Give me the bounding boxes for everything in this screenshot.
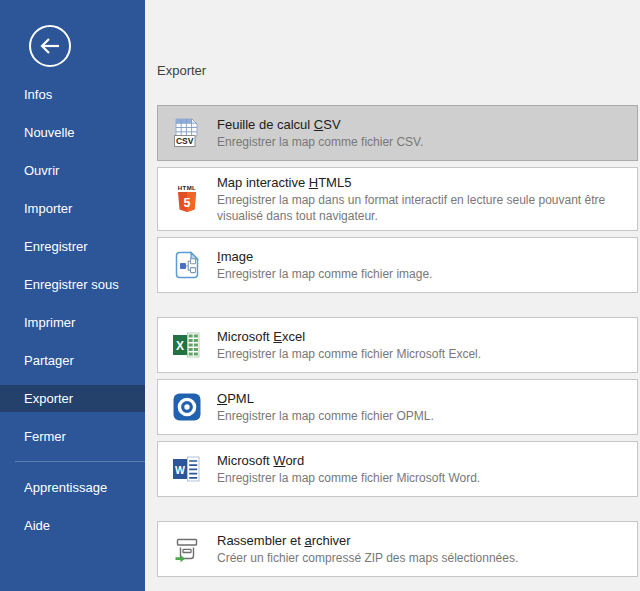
export-option-opml[interactable]: OPML Enregistrer la map comme fichier OP… — [157, 379, 638, 435]
export-option-image[interactable]: Image Enregistrer la map comme fichier i… — [157, 237, 638, 293]
html5-icon-label: HTML — [178, 185, 196, 191]
sidebar-item-importer[interactable]: Importer — [0, 195, 145, 222]
page-title: Exporter — [157, 63, 640, 79]
export-option-html5[interactable]: HTML 5 Map interactive HTML5 Enregistrer… — [157, 167, 638, 231]
export-option-pack-and-archive[interactable]: Rassembler et archiver Créer un fichier … — [157, 521, 638, 577]
sidebar-item-fermer[interactable]: Fermer — [0, 423, 145, 450]
sidebar-item-nouvelle[interactable]: Nouvelle — [0, 119, 145, 146]
sidebar-item-enregistrer-sous[interactable]: Enregistrer sous — [0, 271, 145, 298]
csv-spreadsheet-icon: CSV — [171, 117, 203, 149]
sidebar-item-enregistrer[interactable]: Enregistrer — [0, 233, 145, 260]
export-option-title: Microsoft Word — [217, 452, 627, 469]
export-option-title: OPML — [217, 390, 627, 407]
export-panel: Exporter CSV Feuille de calcul CSV Enreg… — [145, 0, 640, 591]
export-option-description: Créer un fichier compressé ZIP des maps … — [217, 550, 627, 566]
sidebar-item-imprimer[interactable]: Imprimer — [0, 309, 145, 336]
export-option-title: Feuille de calcul CSV — [217, 116, 627, 133]
export-option-title: Image — [217, 248, 627, 265]
export-option-description: Enregistrer la map comme fichier Microso… — [217, 346, 627, 362]
backstage-view: Infos Nouvelle Ouvrir Importer Enregistr… — [0, 0, 640, 591]
export-option-text: Microsoft Word Enregistrer la map comme … — [217, 452, 627, 486]
sidebar-item-exporter[interactable]: Exporter — [0, 385, 145, 412]
export-option-text: Microsoft Excel Enregistrer la map comme… — [217, 328, 627, 362]
opml-icon — [171, 391, 203, 423]
sidebar-item-ouvrir[interactable]: Ouvrir — [0, 157, 145, 184]
export-option-description: Enregistrer la map comme fichier Microso… — [217, 470, 627, 486]
back-button[interactable] — [29, 25, 71, 67]
sidebar-item-infos[interactable]: Infos — [0, 81, 145, 108]
export-option-title: Rassembler et archiver — [217, 532, 627, 549]
csv-icon-label: CSV — [176, 136, 194, 146]
excel-icon-letter: X — [176, 339, 184, 353]
export-option-title: Microsoft Excel — [217, 328, 627, 345]
sidebar-item-partager[interactable]: Partager — [0, 347, 145, 374]
sidebar-item-aide[interactable]: Aide — [0, 512, 145, 539]
export-option-text: OPML Enregistrer la map comme fichier OP… — [217, 390, 627, 424]
export-option-text: Map interactive HTML5 Enregistrer la map… — [217, 174, 627, 224]
sidebar-item-apprentissage[interactable]: Apprentissage — [0, 474, 145, 501]
image-file-icon — [171, 249, 203, 281]
html5-icon-number: 5 — [184, 196, 191, 210]
export-option-description: Enregistrer la map dans un format intera… — [217, 192, 627, 224]
export-option-word[interactable]: W Microsoft Word Enregistrer la map comm… — [157, 441, 638, 497]
export-option-text: Image Enregistrer la map comme fichier i… — [217, 248, 627, 282]
word-icon: W — [171, 453, 203, 485]
export-option-text: Feuille de calcul CSV Enregistrer la map… — [217, 116, 627, 150]
html5-icon: HTML 5 — [171, 183, 203, 215]
word-icon-letter: W — [175, 464, 185, 476]
export-option-description: Enregistrer la map comme fichier OPML. — [217, 408, 627, 424]
export-option-description: Enregistrer la map comme fichier CSV. — [217, 134, 627, 150]
excel-icon: X — [171, 329, 203, 361]
back-button-container — [0, 25, 145, 81]
back-arrow-icon — [37, 33, 63, 59]
archive-zip-icon — [171, 533, 203, 565]
sidebar-divider — [15, 461, 145, 462]
export-option-description: Enregistrer la map comme fichier image. — [217, 266, 627, 282]
export-option-csv[interactable]: CSV Feuille de calcul CSV Enregistrer la… — [157, 105, 638, 161]
export-option-excel[interactable]: X Microsoft Excel Enregistrer la map com… — [157, 317, 638, 373]
export-option-title: Map interactive HTML5 — [217, 174, 627, 191]
export-option-text: Rassembler et archiver Créer un fichier … — [217, 532, 627, 566]
sidebar: Infos Nouvelle Ouvrir Importer Enregistr… — [0, 0, 145, 591]
